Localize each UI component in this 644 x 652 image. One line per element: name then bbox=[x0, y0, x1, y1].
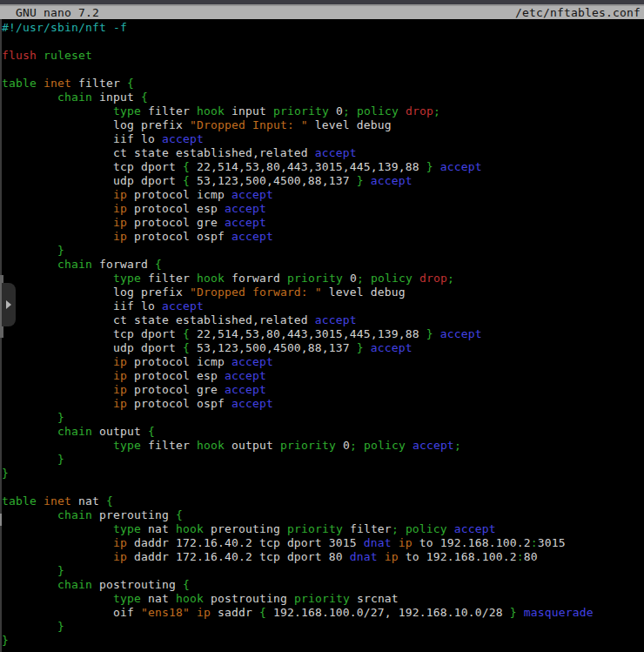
token bbox=[37, 77, 44, 90]
app-title: GNU nano 7.2 bbox=[0, 6, 99, 19]
token: log prefix bbox=[2, 118, 190, 131]
token: protocol gre bbox=[127, 216, 225, 229]
token: chain bbox=[57, 258, 92, 271]
code-line: } bbox=[2, 467, 644, 481]
token: ip bbox=[113, 536, 127, 549]
token: : bbox=[517, 550, 524, 563]
side-panel-handle[interactable] bbox=[2, 283, 16, 326]
code-line: } bbox=[2, 411, 644, 425]
token: accept bbox=[371, 174, 413, 187]
token bbox=[37, 49, 44, 62]
token: ip bbox=[113, 216, 127, 229]
token bbox=[364, 174, 371, 187]
token bbox=[2, 536, 113, 549]
token: protocol esp bbox=[127, 369, 225, 382]
token: nat bbox=[141, 522, 176, 535]
token: ; bbox=[357, 272, 364, 285]
code-line: ct state established,related accept bbox=[2, 146, 644, 160]
code-line: udp dport { 53,123,500,4500,88,137 } acc… bbox=[2, 174, 644, 188]
token: ip bbox=[113, 230, 127, 243]
token: accept bbox=[162, 132, 204, 145]
token: ; bbox=[343, 104, 350, 118]
token: srcnat bbox=[350, 592, 399, 605]
code-line: flush ruleset bbox=[2, 49, 644, 63]
token: ip bbox=[113, 188, 127, 201]
token: { bbox=[183, 327, 190, 340]
code-line: udp dport { 53,123,500,4500,88,137 } acc… bbox=[2, 341, 644, 355]
token: chain bbox=[57, 425, 92, 438]
token: to 192.168.100.2 bbox=[399, 550, 517, 563]
code-line: tcp dport { 22,514,53,80,443,3015,445,13… bbox=[2, 160, 644, 174]
token: dnat bbox=[364, 536, 392, 549]
token bbox=[2, 383, 113, 396]
code-line: } bbox=[2, 564, 644, 578]
token: accept bbox=[440, 160, 482, 173]
token bbox=[2, 230, 113, 243]
token: inet bbox=[44, 494, 71, 507]
token: accept bbox=[225, 216, 266, 229]
code-line: ct state established,related accept bbox=[2, 313, 644, 327]
token bbox=[378, 550, 385, 563]
token: accept bbox=[162, 299, 204, 313]
token: chain bbox=[57, 508, 92, 521]
token: accept bbox=[454, 522, 496, 535]
token bbox=[364, 272, 371, 285]
token: { bbox=[155, 258, 162, 271]
token: masquerade bbox=[524, 606, 594, 619]
token: 22,514,53,80,443,3015,445,139,88 bbox=[190, 327, 426, 340]
token bbox=[399, 104, 406, 118]
token bbox=[2, 258, 57, 271]
token: hook bbox=[176, 592, 204, 605]
token bbox=[406, 439, 413, 452]
token: policy bbox=[364, 439, 406, 452]
token: ; bbox=[447, 272, 454, 285]
code-line: type filter hook forward priority 0; pol… bbox=[2, 272, 644, 286]
token: accept bbox=[231, 230, 273, 243]
nano-edit-area[interactable]: #!/usr/sbin/nft -fflush rulesettable ine… bbox=[0, 19, 644, 652]
token: inet bbox=[44, 77, 71, 90]
token: { bbox=[183, 341, 190, 354]
token: accept bbox=[231, 355, 273, 368]
code-line: chain input { bbox=[2, 91, 644, 104]
code-line: ip protocol gre accept bbox=[2, 383, 644, 397]
token: hook bbox=[197, 439, 225, 452]
token: iif lo bbox=[2, 299, 162, 313]
token: { bbox=[127, 77, 134, 90]
token: : bbox=[531, 536, 538, 549]
token bbox=[2, 355, 113, 368]
token bbox=[2, 592, 113, 605]
token: { bbox=[183, 174, 190, 187]
token: policy bbox=[406, 522, 447, 535]
token: type bbox=[113, 522, 141, 535]
token bbox=[2, 91, 57, 104]
token: { bbox=[183, 578, 190, 591]
token: 53,123,500,4500,88,137 bbox=[190, 174, 357, 187]
token: 3015 bbox=[538, 536, 566, 549]
token: } bbox=[426, 327, 433, 340]
code-line: #!/usr/sbin/nft -f bbox=[2, 21, 644, 35]
token bbox=[364, 341, 371, 354]
token: } bbox=[57, 244, 64, 257]
code-line: type nat hook prerouting priority filter… bbox=[2, 522, 644, 536]
token: tcp dport bbox=[2, 160, 183, 173]
token: priority bbox=[287, 272, 343, 285]
token bbox=[2, 369, 113, 382]
token: priority bbox=[280, 439, 336, 452]
token bbox=[2, 104, 113, 118]
token: ip bbox=[113, 550, 127, 563]
token bbox=[2, 216, 113, 229]
token: type bbox=[113, 272, 141, 285]
token: output bbox=[92, 425, 148, 438]
token: } bbox=[2, 634, 9, 647]
token: udp dport bbox=[2, 341, 183, 354]
token: 53,123,500,4500,88,137 bbox=[190, 341, 357, 354]
token: flush bbox=[2, 49, 37, 62]
code-line bbox=[2, 35, 644, 49]
token bbox=[2, 202, 113, 215]
token: } bbox=[357, 174, 364, 187]
token: filter bbox=[141, 104, 197, 118]
token: ip bbox=[197, 606, 211, 619]
token bbox=[2, 453, 57, 466]
token: output bbox=[225, 439, 280, 452]
token: ip bbox=[113, 202, 127, 215]
